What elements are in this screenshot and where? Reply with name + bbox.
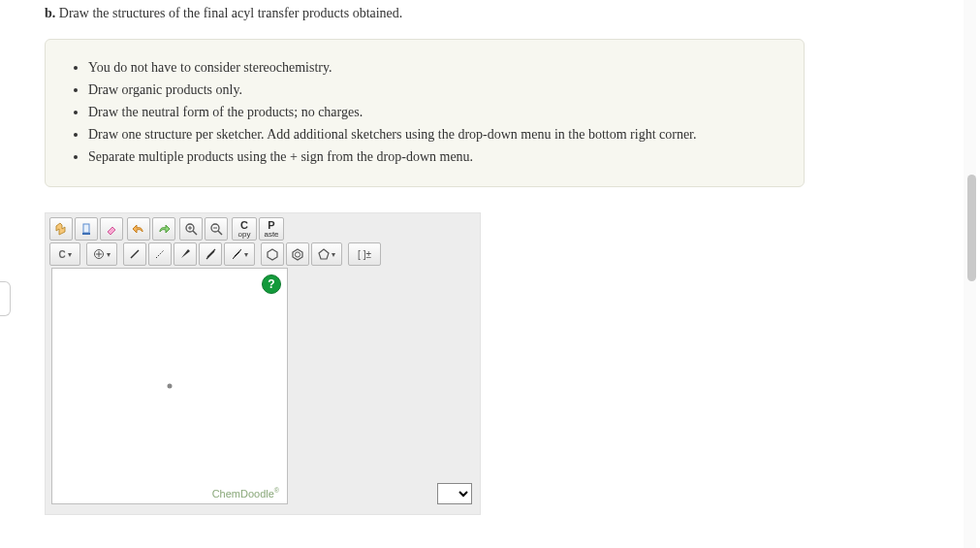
toolbar-row-2: C [ ]± <box>49 242 476 266</box>
ring-picker[interactable] <box>311 242 342 266</box>
svg-line-18 <box>235 249 241 256</box>
zoom-in-button[interactable] <box>179 217 203 241</box>
svg-marker-20 <box>293 249 302 260</box>
sketcher-select[interactable] <box>437 483 472 504</box>
instructions-list: You do not have to consider stereochemis… <box>71 57 778 167</box>
svg-point-21 <box>295 252 300 257</box>
chemdoodle-brand: ChemDoodle® <box>212 487 279 500</box>
move-tool[interactable] <box>49 217 73 241</box>
canvas-row: ? ChemDoodle® <box>49 268 476 504</box>
instructions-box: You do not have to consider stereochemis… <box>45 39 805 187</box>
svg-line-15 <box>207 249 215 257</box>
paste-button[interactable]: Paste <box>259 217 284 241</box>
svg-rect-0 <box>83 224 89 233</box>
help-button[interactable]: ? <box>262 274 281 294</box>
canvas-center-dot-icon <box>168 384 173 389</box>
instruction-item: Draw one structure per sketcher. Add add… <box>88 124 778 145</box>
svg-line-3 <box>193 231 197 235</box>
copy-button[interactable]: Copy <box>232 217 257 241</box>
instruction-item: Draw organic products only. <box>88 80 778 100</box>
triple-bond-tool[interactable] <box>224 242 255 266</box>
redo-button[interactable] <box>152 217 175 241</box>
add-sketcher-dropdown[interactable] <box>437 483 472 504</box>
double-bond-tool[interactable] <box>199 242 222 266</box>
wedge-bond-tool[interactable] <box>174 242 197 266</box>
chemdoodle-sketcher: Copy Paste C [ ]± ? ChemDoodle® <box>45 212 481 515</box>
single-bond-tool[interactable] <box>123 242 146 266</box>
svg-line-14 <box>206 251 214 259</box>
cyclohexane-tool[interactable] <box>261 242 284 266</box>
undo-button[interactable] <box>127 217 150 241</box>
question-prompt: b. Draw the structures of the final acyl… <box>45 6 980 21</box>
zoom-out-button[interactable] <box>205 217 228 241</box>
scrollbar[interactable] <box>964 0 976 534</box>
erase-tool[interactable] <box>100 217 123 241</box>
svg-marker-22 <box>319 249 329 259</box>
svg-line-13 <box>156 250 164 258</box>
instruction-item: Draw the neutral form of the products; n… <box>88 102 778 122</box>
element-picker[interactable]: C <box>49 242 80 266</box>
svg-line-7 <box>218 231 222 235</box>
atom-options[interactable] <box>86 242 117 266</box>
clear-tool[interactable] <box>75 217 98 241</box>
drawing-canvas[interactable]: ? ChemDoodle® <box>51 268 288 504</box>
instruction-item: Separate multiple products using the + s… <box>88 146 778 167</box>
svg-marker-19 <box>268 249 277 260</box>
question-part: b. <box>45 6 55 20</box>
page-content: b. Draw the structures of the final acyl… <box>0 6 980 534</box>
page-edge-tab[interactable] <box>0 281 11 316</box>
svg-rect-1 <box>82 233 90 235</box>
svg-line-12 <box>131 250 139 258</box>
toolbar-row-1: Copy Paste <box>49 217 476 241</box>
benzene-tool[interactable] <box>286 242 309 266</box>
question-text: Draw the structures of the final acyl tr… <box>55 6 402 20</box>
recessed-bond-tool[interactable] <box>148 242 172 266</box>
scrollbar-thumb[interactable] <box>967 175 976 281</box>
charge-tool[interactable]: [ ]± <box>348 242 381 266</box>
instruction-item: You do not have to consider stereochemis… <box>88 57 778 78</box>
